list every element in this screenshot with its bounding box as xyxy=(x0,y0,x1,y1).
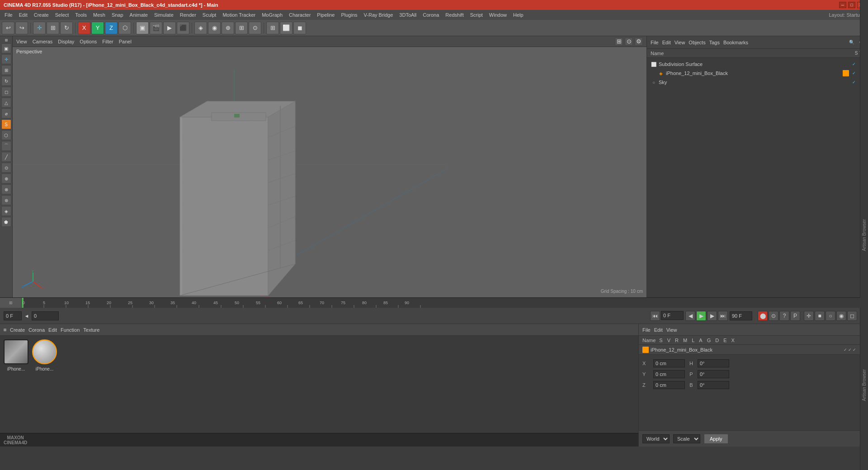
menu-window[interactable]: Window xyxy=(486,11,509,19)
make-preview-button[interactable]: ⬛ xyxy=(177,22,189,34)
menu-create[interactable]: Create xyxy=(31,11,52,19)
menu-file[interactable]: File xyxy=(2,11,15,19)
menu-mograph[interactable]: MoGraph xyxy=(259,11,285,19)
onion-skin-btn[interactable]: ◻ xyxy=(847,311,857,321)
brush-tool[interactable]: S xyxy=(1,119,11,129)
apply-button[interactable]: Apply xyxy=(704,434,728,444)
render-active-button[interactable]: ▶ xyxy=(163,22,176,34)
playback-settings-btn[interactable]: P xyxy=(790,311,800,321)
objects-view-tab[interactable]: View xyxy=(675,40,685,45)
undo-button[interactable]: ↩ xyxy=(2,22,14,34)
menu-tools[interactable]: Tools xyxy=(72,11,90,19)
viewport-menu-panel[interactable]: Panel xyxy=(119,39,132,44)
objects-search-icon[interactable]: 🔍 xyxy=(848,39,855,46)
snap3-button[interactable]: ⊙ xyxy=(249,22,261,34)
next-frame-btn[interactable]: ▶ xyxy=(707,311,717,321)
z-axis-button[interactable]: Z xyxy=(105,22,118,34)
render-region-button[interactable]: ▣ xyxy=(136,22,149,34)
object-iphone-box[interactable]: ◈ iPhone_12_mini_Box_Black ✓ ✓ xyxy=(649,69,866,78)
objects-tags-tab[interactable]: Tags xyxy=(709,40,720,45)
maximize-button[interactable]: □ xyxy=(848,2,855,8)
menu-help[interactable]: Help xyxy=(510,11,526,19)
snap-mode-btn[interactable]: ■ xyxy=(815,311,825,321)
play-btn[interactable]: ▶ xyxy=(696,311,706,321)
display-mode-button[interactable]: ◉ xyxy=(208,22,221,34)
props-tab-file[interactable]: File xyxy=(642,327,651,333)
mat-tab-create[interactable]: Create xyxy=(10,327,25,333)
scale-tool-button[interactable]: ⊞ xyxy=(47,22,59,34)
jump-start-btn[interactable]: ⏮ xyxy=(650,311,660,321)
menu-redshift[interactable]: Redshift xyxy=(443,11,466,19)
rotate-tool[interactable]: ↻ xyxy=(1,76,11,86)
props-tab-edit[interactable]: Edit xyxy=(654,327,663,333)
iphone-box-vis-btn[interactable]: ✓ xyxy=(851,70,857,76)
minimize-button[interactable]: ─ xyxy=(839,2,846,8)
menu-animate[interactable]: Animate xyxy=(127,11,151,19)
material-area[interactable]: iPhone... iPhone... xyxy=(0,336,638,433)
mat-tab-corona[interactable]: Corona xyxy=(28,327,45,333)
jump-end-btn[interactable]: ⏭ xyxy=(718,311,728,321)
viewport-settings-icon[interactable]: ⚙ xyxy=(635,38,643,46)
viewport-camera-icon[interactable]: ⊙ xyxy=(625,38,633,46)
select-rect-tool[interactable]: ▣ xyxy=(1,43,11,53)
viewport-menu-filter[interactable]: Filter xyxy=(102,39,113,44)
scale-mode-dropdown[interactable]: Scale Size xyxy=(673,434,700,443)
current-frame-display[interactable]: 0 F xyxy=(4,311,22,320)
objects-file-tab[interactable]: File xyxy=(651,40,659,45)
material-item-1[interactable]: iPhone... xyxy=(32,339,57,364)
mat-tab-function[interactable]: Function xyxy=(61,327,80,333)
x-pos-input[interactable] xyxy=(653,359,685,367)
viewport-menu-display[interactable]: Display xyxy=(58,39,74,44)
object-tool[interactable]: ◻ xyxy=(1,87,11,97)
subdiv-vis-btn[interactable]: ✓ xyxy=(851,61,857,67)
mat-tab-edit[interactable]: Edit xyxy=(48,327,57,333)
grid-button[interactable]: ⊞ xyxy=(266,22,279,34)
viewport-menu-options[interactable]: Options xyxy=(80,39,97,44)
coord-system-dropdown[interactable]: World Object xyxy=(642,434,670,443)
record-btn[interactable]: ⬤ xyxy=(758,311,768,321)
key-snap-btn[interactable]: ✛ xyxy=(804,311,814,321)
timeline[interactable]: ⊞ 0 5 10 15 20 25 30 35 xyxy=(0,298,868,308)
frame-input[interactable] xyxy=(32,311,59,320)
menu-select[interactable]: Select xyxy=(52,11,72,19)
y-pos-input[interactable] xyxy=(653,370,685,378)
object-sky[interactable]: ○ Sky ✓ ✓ xyxy=(649,78,866,87)
menu-motion-tracker[interactable]: Motion Tracker xyxy=(220,11,258,19)
p-rot-input[interactable] xyxy=(698,370,729,378)
render-picture-button[interactable]: 🎬 xyxy=(150,22,162,34)
snap2-button[interactable]: ⊞ xyxy=(235,22,248,34)
world-coord-button[interactable]: ⬡ xyxy=(118,22,131,34)
polygon-pen-tool[interactable]: △ xyxy=(1,98,11,108)
object-display-button[interactable]: ◈ xyxy=(194,22,207,34)
move-tool[interactable]: ✛ xyxy=(1,54,11,64)
sculpt4-tool[interactable]: ⊛ xyxy=(1,195,11,205)
sculpt2-tool[interactable]: ⊕ xyxy=(1,174,11,183)
material-item-0[interactable]: iPhone... xyxy=(4,339,28,364)
knife-tool[interactable]: ⌀ xyxy=(1,108,11,118)
menu-simulate[interactable]: Simulate xyxy=(151,11,176,19)
menu-render[interactable]: Render xyxy=(177,11,199,19)
rotate-tool-button[interactable]: ↻ xyxy=(60,22,73,34)
menu-3dtoall[interactable]: 3DToAll xyxy=(396,11,419,19)
menu-snap[interactable]: Snap xyxy=(109,11,126,19)
menu-mesh[interactable]: Mesh xyxy=(90,11,108,19)
line-tool[interactable]: ╱ xyxy=(1,152,11,162)
spline-tool[interactable]: ⌒ xyxy=(1,141,11,151)
menu-script[interactable]: Script xyxy=(467,11,486,19)
props-tab-view[interactable]: View xyxy=(666,327,677,333)
viewport-maximize-icon[interactable]: ⊞ xyxy=(615,38,623,46)
move-tool-button[interactable]: ✛ xyxy=(33,22,46,34)
frame-prev-btn[interactable]: ◄ xyxy=(24,313,30,319)
redo-button[interactable]: ↪ xyxy=(15,22,28,34)
motion-blur-btn[interactable]: ◉ xyxy=(836,311,846,321)
viewport-canvas[interactable]: Perspective Grid Spacing : 10 cm X Y Z xyxy=(13,47,646,297)
menu-edit[interactable]: Edit xyxy=(16,11,30,19)
objects-edit-tab[interactable]: Edit xyxy=(662,40,671,45)
menu-sculpt[interactable]: Sculpt xyxy=(200,11,219,19)
z-pos-input[interactable] xyxy=(653,381,685,389)
b-rot-input[interactable] xyxy=(698,381,729,389)
auto-key-btn[interactable]: ⊙ xyxy=(769,311,778,321)
mat-tab-texture[interactable]: Texture xyxy=(83,327,99,333)
menu-plugins[interactable]: Plugins xyxy=(338,11,360,19)
y-axis-button[interactable]: Y xyxy=(91,22,104,34)
